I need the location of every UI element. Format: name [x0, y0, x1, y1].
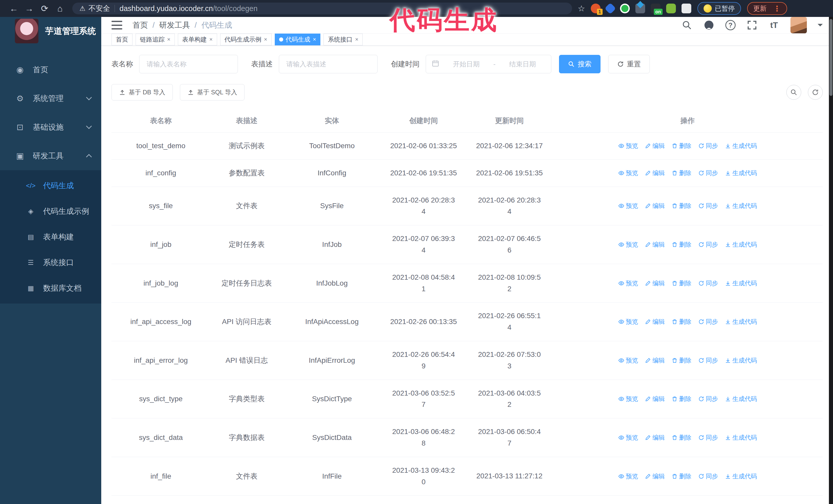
logo-row[interactable]: 芋道管理系统	[0, 17, 101, 45]
page-scrollbar[interactable]	[829, 17, 833, 504]
table-desc-input[interactable]	[279, 55, 378, 73]
extension-icon-diamond[interactable]	[604, 3, 616, 14]
preview-link[interactable]: 预览	[618, 356, 638, 364]
delete-link[interactable]: 删除	[671, 472, 691, 480]
delete-link[interactable]: 删除	[671, 202, 691, 210]
generate-code-link[interactable]: 生成代码	[725, 240, 757, 249]
preview-link[interactable]: 预览	[618, 169, 638, 177]
breadcrumb-dev-tools[interactable]: 研发工具	[159, 20, 190, 30]
preview-link[interactable]: 预览	[618, 142, 638, 150]
close-icon[interactable]: ×	[313, 36, 316, 43]
extension-icon-dark[interactable]: on	[651, 4, 661, 13]
edit-link[interactable]: 编辑	[645, 318, 665, 326]
sync-link[interactable]: 同步	[698, 142, 718, 150]
extension-icon-green[interactable]	[666, 4, 676, 13]
generate-code-link[interactable]: 生成代码	[725, 202, 757, 210]
edit-link[interactable]: 编辑	[645, 356, 665, 364]
import-db-button[interactable]: 基于 DB 导入	[112, 84, 173, 100]
search-button[interactable]: 搜索	[559, 55, 600, 73]
edit-link[interactable]: 编辑	[645, 142, 665, 150]
delete-link[interactable]: 删除	[671, 169, 691, 177]
generate-code-link[interactable]: 生成代码	[725, 169, 757, 177]
delete-link[interactable]: 删除	[671, 318, 691, 326]
scrollbar-thumb[interactable]	[829, 19, 832, 96]
browser-forward-button[interactable]: →	[22, 2, 37, 15]
delete-link[interactable]: 删除	[671, 240, 691, 249]
avatar[interactable]	[790, 17, 807, 33]
bookmark-star-icon[interactable]: ☆	[578, 4, 585, 13]
table-name-input[interactable]	[139, 55, 238, 73]
extensions-puzzle-icon[interactable]	[682, 4, 691, 13]
close-icon[interactable]: ×	[167, 36, 170, 43]
extension-icon-check[interactable]	[620, 4, 630, 13]
avatar-caret-icon[interactable]	[818, 24, 823, 29]
sync-link[interactable]: 同步	[698, 318, 718, 326]
delete-link[interactable]: 删除	[671, 279, 691, 287]
preview-link[interactable]: 预览	[618, 202, 638, 210]
tab-codegen-example[interactable]: 代码生成示例 ×	[220, 33, 272, 45]
reset-button[interactable]: 重置	[608, 55, 650, 73]
sidebar-fold-icon[interactable]	[112, 21, 122, 29]
generate-code-link[interactable]: 生成代码	[725, 142, 757, 150]
sync-link[interactable]: 同步	[698, 395, 718, 403]
close-icon[interactable]: ×	[355, 36, 358, 43]
search-icon[interactable]	[681, 20, 693, 31]
security-label[interactable]: 不安全	[89, 4, 110, 13]
date-range-picker[interactable]: 开始日期 - 结束日期	[426, 55, 551, 73]
generate-code-link[interactable]: 生成代码	[725, 472, 757, 480]
preview-link[interactable]: 预览	[618, 395, 638, 403]
font-size-icon[interactable]: tT	[768, 20, 780, 31]
delete-link[interactable]: 删除	[671, 395, 691, 403]
sync-link[interactable]: 同步	[698, 356, 718, 364]
delete-link[interactable]: 删除	[671, 433, 691, 442]
browser-reload-button[interactable]: ⟳	[37, 2, 52, 15]
browser-update-pill[interactable]: 更新 ⋮	[747, 2, 787, 15]
edit-link[interactable]: 编辑	[645, 472, 665, 480]
submenu-item-form-builder[interactable]: ▤ 表单构建	[0, 224, 101, 250]
generate-code-link[interactable]: 生成代码	[725, 356, 757, 364]
breadcrumb-home[interactable]: 首页	[133, 20, 148, 30]
tab-system-api[interactable]: 系统接口 ×	[324, 33, 363, 45]
delete-link[interactable]: 删除	[671, 142, 691, 150]
edit-link[interactable]: 编辑	[645, 240, 665, 249]
edit-link[interactable]: 编辑	[645, 433, 665, 442]
sync-link[interactable]: 同步	[698, 202, 718, 210]
sync-link[interactable]: 同步	[698, 279, 718, 287]
tab-code-generation[interactable]: 代码生成 ×	[275, 33, 320, 45]
submenu-item-codegen-example[interactable]: ◈ 代码生成示例	[0, 198, 101, 224]
close-icon[interactable]: ×	[264, 36, 267, 43]
help-icon[interactable]: ?	[725, 20, 736, 30]
sidebar-item-dev-tools[interactable]: ▣ 研发工具	[0, 142, 101, 170]
tab-home[interactable]: 首页	[112, 33, 133, 45]
sync-link[interactable]: 同步	[698, 169, 718, 177]
edit-link[interactable]: 编辑	[645, 395, 665, 403]
submenu-item-system-api[interactable]: ☰ 系统接口	[0, 250, 101, 275]
end-date-placeholder[interactable]: 结束日期	[500, 60, 545, 69]
refresh-list-button[interactable]	[808, 85, 823, 100]
github-icon[interactable]	[703, 20, 715, 31]
tab-form-builder[interactable]: 表单构建 ×	[178, 33, 217, 45]
sidebar-item-system-management[interactable]: ⚙ 系统管理	[0, 84, 101, 113]
preview-link[interactable]: 预览	[618, 279, 638, 287]
browser-menu-kebab-icon[interactable]: ⋮	[773, 4, 781, 13]
sidebar-item-home[interactable]: ◉ 首页	[0, 55, 101, 84]
generate-code-link[interactable]: 生成代码	[725, 318, 757, 326]
browser-home-button[interactable]: ⌂	[52, 2, 68, 15]
tab-trace[interactable]: 链路追踪 ×	[136, 33, 175, 45]
toggle-search-button[interactable]	[786, 85, 801, 100]
sync-link[interactable]: 同步	[698, 433, 718, 442]
edit-link[interactable]: 编辑	[645, 202, 665, 210]
edit-link[interactable]: 编辑	[645, 169, 665, 177]
close-icon[interactable]: ×	[209, 36, 213, 43]
fullscreen-icon[interactable]	[746, 20, 758, 31]
extension-paused-pill[interactable]: 已暂停	[697, 2, 741, 15]
preview-link[interactable]: 预览	[618, 318, 638, 326]
submenu-item-database-doc[interactable]: ▦ 数据库文档	[0, 275, 101, 301]
generate-code-link[interactable]: 生成代码	[725, 395, 757, 403]
delete-link[interactable]: 删除	[671, 356, 691, 364]
preview-link[interactable]: 预览	[618, 433, 638, 442]
extension-icon-orange[interactable]: 1	[591, 4, 600, 13]
browser-back-button[interactable]: ←	[6, 2, 22, 15]
start-date-placeholder[interactable]: 开始日期	[444, 60, 489, 69]
submenu-item-code-generation[interactable]: </> 代码生成	[0, 173, 101, 198]
